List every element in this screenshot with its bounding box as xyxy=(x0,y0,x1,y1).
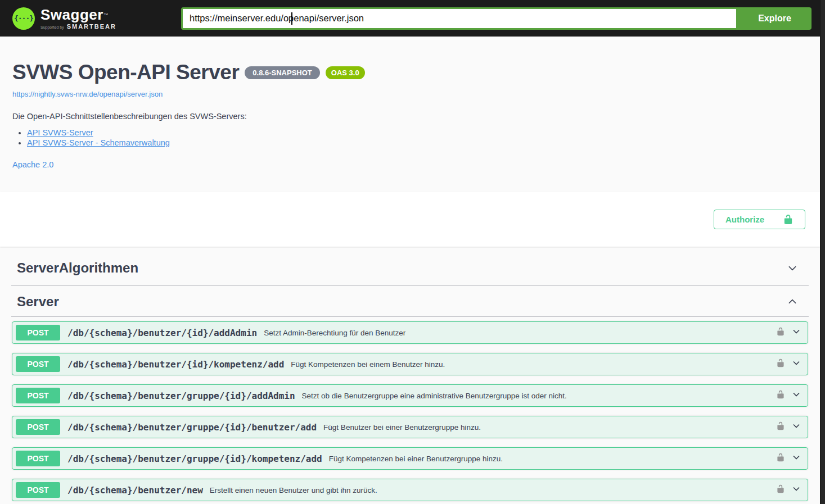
operation-summary: Erstellt einen neuen Benutzer und gibt i… xyxy=(210,486,377,494)
smartbear-label: SMARTBEAR xyxy=(67,24,116,30)
operation-row[interactable]: POST /db/{schema}/benutzer/gruppe/{id}/a… xyxy=(12,384,808,407)
operations-list: POST /db/{schema}/benutzer/{id}/addAdmin… xyxy=(11,317,809,501)
method-badge: POST xyxy=(16,388,60,403)
operation-summary: Fügt Kompetenzen bei einem Benutzer hinz… xyxy=(291,360,445,369)
text-cursor xyxy=(291,12,292,25)
chevron-up-icon[interactable] xyxy=(786,296,799,308)
authorize-button[interactable]: Authorize xyxy=(714,210,805,229)
oas-version-badge: OAS 3.0 xyxy=(326,66,365,79)
swagger-logo-icon: {···} xyxy=(12,7,35,30)
api-links-list: API SVWS-Server API SVWS-Server - Schema… xyxy=(27,128,808,147)
scrollbar[interactable] xyxy=(820,0,825,504)
authorize-label: Authorize xyxy=(725,215,764,224)
api-info-section: SVWS Open-API Server 0.8.6-SNAPSHOT OAS … xyxy=(0,37,820,192)
operation-path[interactable]: /db/{schema}/benutzer/{id}/kompetenz/add xyxy=(67,359,284,370)
section-title: ServerAlgorithmen xyxy=(17,260,786,276)
chevron-down-icon[interactable] xyxy=(791,326,802,339)
swagger-logo-text: Swagger xyxy=(40,6,103,23)
unlock-icon xyxy=(783,214,794,225)
operation-path[interactable]: /db/{schema}/benutzer/new xyxy=(67,485,203,496)
version-badge: 0.8.6-SNAPSHOT xyxy=(245,66,319,79)
operation-summary: Fügt Benutzer bei einer Benutzergruppe h… xyxy=(323,423,481,432)
page-title: SVWS Open-API Server xyxy=(12,60,239,85)
swagger-ui-page: {···} Swagger™ Supported by SMARTBEAR Ex… xyxy=(0,0,820,501)
api-schema-link[interactable]: API SVWS-Server - Schemaverwaltung xyxy=(27,138,170,147)
operation-path[interactable]: /db/{schema}/benutzer/gruppe/{id}/benutz… xyxy=(67,422,317,433)
lock-icon[interactable] xyxy=(776,390,785,401)
chevron-down-icon[interactable] xyxy=(791,357,802,371)
lock-icon[interactable] xyxy=(776,484,785,496)
method-badge: POST xyxy=(16,325,60,340)
operation-summary: Setzt ob die Benutzergruppe eine adminis… xyxy=(302,392,567,400)
method-badge: POST xyxy=(16,482,60,498)
operation-row[interactable]: POST /db/{schema}/benutzer/gruppe/{id}/b… xyxy=(12,416,808,438)
operation-summary: Setzt Admin-Berechtiung für den Benutzer xyxy=(264,329,405,337)
operation-row[interactable]: POST /db/{schema}/benutzer/new Erstellt … xyxy=(12,479,808,501)
trademark-symbol: ™ xyxy=(103,12,108,17)
swagger-braces-glyph: {···} xyxy=(14,14,33,22)
list-item: API SVWS-Server xyxy=(27,128,808,137)
operation-path[interactable]: /db/{schema}/benutzer/gruppe/{id}/kompet… xyxy=(67,453,322,464)
operation-row[interactable]: POST /db/{schema}/benutzer/{id}/addAdmin… xyxy=(12,321,808,344)
api-server-link[interactable]: API SVWS-Server xyxy=(27,128,93,137)
section-header-server[interactable]: Server xyxy=(11,286,809,317)
license-link[interactable]: Apache 2.0 xyxy=(12,160,53,169)
scheme-container: Authorize xyxy=(0,192,820,247)
chevron-down-icon[interactable] xyxy=(791,452,802,465)
method-badge: POST xyxy=(16,419,60,435)
spec-url-link[interactable]: https://nightly.svws-nrw.de/openapi/serv… xyxy=(12,90,163,98)
spec-url-input[interactable] xyxy=(181,7,738,30)
operation-path[interactable]: /db/{schema}/benutzer/gruppe/{id}/addAdm… xyxy=(67,391,295,401)
api-description: Die Open-API-Schnittstellenbeschreibunge… xyxy=(12,112,808,121)
topbar: {···} Swagger™ Supported by SMARTBEAR Ex… xyxy=(0,0,820,37)
lock-icon[interactable] xyxy=(776,421,785,433)
section-title: Server xyxy=(17,294,786,310)
lock-icon[interactable] xyxy=(776,358,785,370)
method-badge: POST xyxy=(16,451,60,466)
explore-button[interactable]: Explore xyxy=(738,7,812,30)
operation-row[interactable]: POST /db/{schema}/benutzer/{id}/kompeten… xyxy=(12,353,808,375)
lock-icon[interactable] xyxy=(776,327,785,338)
operation-summary: Fügt Kompetenzen bei einer Benutzergrupp… xyxy=(329,455,503,463)
chevron-down-icon[interactable] xyxy=(791,420,802,434)
operations-wrapper: ServerAlgorithmen Server POST /db/{schem… xyxy=(0,247,820,501)
supported-by-label: Supported by xyxy=(40,25,64,29)
list-item: API SVWS-Server - Schemaverwaltung xyxy=(27,138,808,147)
swagger-logo: {···} Swagger™ Supported by SMARTBEAR xyxy=(12,7,116,30)
operation-row[interactable]: POST /db/{schema}/benutzer/gruppe/{id}/k… xyxy=(12,447,808,470)
chevron-down-icon[interactable] xyxy=(791,389,802,402)
lock-icon[interactable] xyxy=(776,453,785,464)
section-header-serveralgorithmen[interactable]: ServerAlgorithmen xyxy=(11,247,809,286)
method-badge: POST xyxy=(16,356,60,372)
operation-path[interactable]: /db/{schema}/benutzer/{id}/addAdmin xyxy=(67,328,257,338)
chevron-down-icon[interactable] xyxy=(791,483,802,497)
download-url-wrapper: Explore xyxy=(181,7,812,30)
chevron-down-icon[interactable] xyxy=(786,262,799,274)
